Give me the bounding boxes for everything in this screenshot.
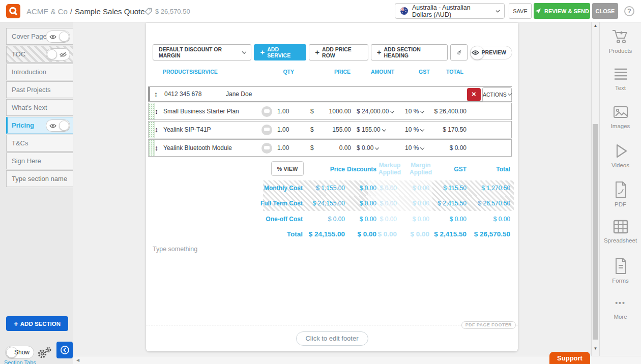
toggle-knob <box>59 32 69 42</box>
close-button[interactable]: CLOSE <box>592 3 618 19</box>
breadcrumb: ACME & Co / Sample Sales Quote <box>26 0 145 22</box>
save-button[interactable]: SAVE <box>509 3 532 19</box>
gst-dropdown[interactable]: 10 % <box>405 144 424 151</box>
column-header-qty: QTY <box>273 69 294 75</box>
qty-field[interactable]: 1.00 <box>277 126 289 133</box>
drag-handle-icon[interactable]: ↕ <box>155 144 158 152</box>
app-logo-icon[interactable] <box>6 4 20 18</box>
rail-label: Spreadsheet <box>604 237 637 244</box>
chevron-down-icon <box>508 92 512 96</box>
show-section-tabs-toggle[interactable]: Show <box>5 346 34 359</box>
rail-item-images[interactable]: Images <box>611 105 630 133</box>
support-button[interactable]: Support <box>549 352 590 364</box>
amount-dropdown[interactable]: $ 155.00 <box>357 126 386 133</box>
rail-label: Images <box>611 123 630 129</box>
sidebar-item-introduction[interactable]: Introduction <box>6 64 73 80</box>
price-field[interactable]: 155.00 <box>310 126 351 133</box>
heading-contact[interactable]: Jane Doe <box>226 90 252 98</box>
comment-bubble-icon[interactable] <box>261 125 272 135</box>
new-section-item <box>6 170 73 187</box>
review-and-send-button[interactable]: REVIEW & SEND <box>534 3 590 19</box>
sidebar-item-toc[interactable]: TOC <box>6 46 73 63</box>
add-section-heading-button[interactable]: + ADD SECTION HEADING <box>371 44 448 60</box>
scroll-up-arrow-icon[interactable]: ▲ <box>592 23 599 28</box>
toc-visibility-toggle[interactable] <box>46 48 70 60</box>
show-label: Show <box>14 349 30 356</box>
arrow-left-circle-icon <box>60 345 70 355</box>
collapse-sidebar-button[interactable] <box>56 342 73 358</box>
gst-dropdown[interactable]: 10 % <box>405 108 424 115</box>
comment-bubble-icon[interactable] <box>261 106 272 117</box>
default-discount-label: DEFAULT DISCOUNT OR MARGIN <box>159 46 238 58</box>
sidebar-item-label: Introduction <box>12 68 46 76</box>
add-price-row-button[interactable]: + ADD PRICE ROW <box>309 44 368 60</box>
product-name[interactable]: Yealink SIP-T41P <box>163 126 211 133</box>
rail-item-spreadsheet[interactable]: Spreadsheet <box>604 219 637 247</box>
drag-handle-icon[interactable]: ↕ <box>154 90 158 98</box>
markup-line2: Applied <box>378 169 401 176</box>
rail-item-videos[interactable]: Videos <box>611 143 629 171</box>
summary-header-discounts: Discounts <box>336 166 376 173</box>
drag-handle-icon[interactable]: ↕ <box>155 126 158 134</box>
delete-heading-button[interactable]: × <box>467 88 481 101</box>
new-section-name-input[interactable] <box>12 175 69 183</box>
help-icon[interactable]: ? <box>624 6 634 16</box>
sidebar-item-past-projects[interactable]: Past Projects <box>6 81 73 98</box>
rail-item-more[interactable]: ••• More <box>614 295 627 323</box>
add-section-label: ADD SECTION <box>20 321 61 327</box>
amount-dropdown[interactable]: $ 0.00 <box>357 144 378 151</box>
pricing-visibility-toggle[interactable] <box>46 119 70 132</box>
percent-view-toggle-button[interactable]: % VIEW <box>271 161 304 176</box>
pricing-settings-button[interactable] <box>450 44 468 60</box>
comment-bubble-icon[interactable] <box>261 143 272 154</box>
sections-sidebar: Cover Page TOC Introduction Past Proj <box>0 22 73 364</box>
text-editor-placeholder[interactable]: Type something <box>153 246 197 253</box>
price-field[interactable]: 1000.00 <box>310 108 351 115</box>
vertical-scrollbar-thumb[interactable] <box>593 124 598 340</box>
quote-value-tag: $ 26,570.50 <box>144 0 190 22</box>
default-discount-margin-dropdown[interactable]: DEFAULT DISCOUNT OR MARGIN <box>153 44 251 60</box>
price-field[interactable]: 0.00 <box>310 144 351 151</box>
gst-dropdown[interactable]: 10 % <box>405 126 424 133</box>
pricing-toolbar: DEFAULT DISCOUNT OR MARGIN + ADD SERVICE… <box>153 44 512 60</box>
currency-selector[interactable]: Australia - Australian Dollars (AUD) <box>395 3 505 19</box>
sidebar-item-tandcs[interactable]: T&Cs <box>6 135 73 151</box>
edit-footer-button[interactable]: Click to edit footer <box>296 331 368 346</box>
sidebar-item-pricing[interactable]: Pricing <box>6 117 73 134</box>
product-name[interactable]: Yealink Bluetooth Module <box>163 144 232 151</box>
summary-header-markup-applied: Markup Applied <box>374 162 405 176</box>
qty-field[interactable]: 1.00 <box>277 108 289 115</box>
cover-page-visibility-toggle[interactable] <box>46 31 70 43</box>
rail-item-forms[interactable]: Forms <box>612 257 629 285</box>
vertical-scrollbar[interactable]: ▲ ▼ <box>591 22 599 356</box>
product-name[interactable]: Small Business Starter Plan <box>163 108 239 115</box>
section-tabs-link[interactable]: Section Tabs <box>4 359 36 364</box>
column-header-gst: GST <box>419 69 430 75</box>
rail-item-pdf[interactable]: PDF <box>613 181 629 209</box>
sidebar-item-label: TOC <box>12 50 25 58</box>
amount-dropdown[interactable]: $ 24,000.00 <box>357 108 394 115</box>
breadcrumb-quote-title[interactable]: Sample Sales Quote <box>75 7 145 16</box>
cart-plus-icon <box>611 28 629 45</box>
scroll-down-arrow-icon[interactable]: ▼ <box>592 346 599 351</box>
plus-icon: + <box>315 48 319 56</box>
rail-item-products[interactable]: Products <box>609 28 632 56</box>
actions-dropdown[interactable]: ACTIONS <box>482 87 512 102</box>
add-service-button[interactable]: + ADD SERVICE <box>254 44 306 60</box>
sidebar-settings-gears-icon[interactable] <box>37 346 52 361</box>
sidebar-item-cover-page[interactable]: Cover Page <box>6 28 73 45</box>
gst-value: 10 % <box>405 144 419 151</box>
chevron-down-icon <box>382 127 386 131</box>
qty-field[interactable]: 1.00 <box>277 144 289 151</box>
sidebar-item-whats-next[interactable]: What's Next <box>6 99 73 116</box>
heading-phone[interactable]: 0412 345 678 <box>164 90 201 98</box>
drag-handle-icon[interactable]: ↕ <box>155 107 158 115</box>
preview-toggle[interactable]: PREVIEW <box>470 46 512 59</box>
breadcrumb-company[interactable]: ACME & Co <box>26 7 68 16</box>
scroll-left-arrow-icon[interactable]: ◀ <box>76 358 79 362</box>
rail-item-text[interactable]: Text <box>612 67 629 95</box>
rail-label: PDF <box>615 201 626 207</box>
sidebar-item-sign-here[interactable]: Sign Here <box>6 153 73 169</box>
sidebar-item-label: Past Projects <box>12 86 51 94</box>
add-section-button[interactable]: + ADD SECTION <box>6 316 68 331</box>
